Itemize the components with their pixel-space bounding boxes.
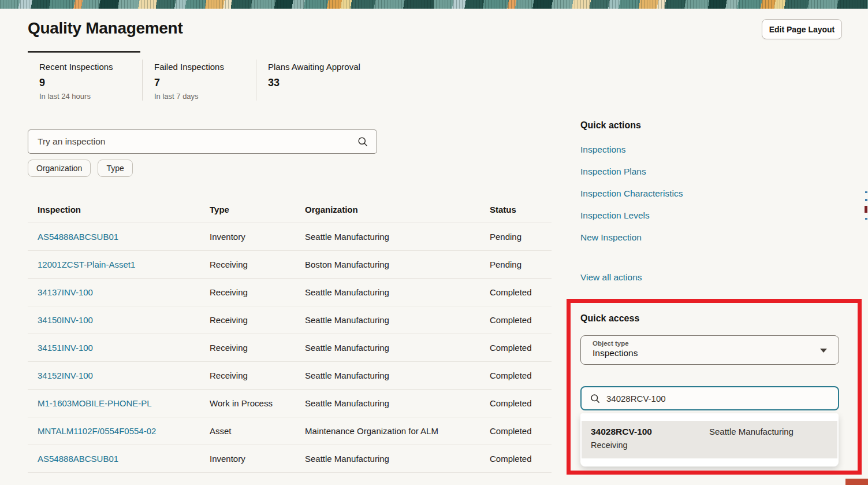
cell-status: Completed <box>490 315 552 325</box>
quick-action-inspection-characteristics[interactable]: Inspection Characteristics <box>580 188 683 210</box>
result-organization: Seattle Manufacturing <box>709 427 828 436</box>
cell-organization: Seattle Manufacturing <box>305 232 490 242</box>
filter-chips: Organization Type <box>28 160 133 177</box>
edge-artifact <box>865 199 867 201</box>
edge-artifact <box>865 218 867 220</box>
filter-chip-organization[interactable]: Organization <box>28 160 91 177</box>
inspection-link[interactable]: M1-1603MOBILE-PHONE-PL <box>38 398 152 408</box>
decorative-banner <box>0 0 868 9</box>
search-result-item[interactable]: 34028RCV-100 Seattle Manufacturing Recei… <box>582 421 837 458</box>
stat-failed-inspections[interactable]: Failed Inspections 7 In last 7 days <box>142 60 256 101</box>
quality-management-page: Quality Management Edit Page Layout Rece… <box>0 0 868 485</box>
cell-type: Receiving <box>210 287 305 297</box>
search-icon[interactable] <box>357 136 368 147</box>
inspections-table: Inspection Type Organization Status AS54… <box>28 197 552 473</box>
inspection-search-box <box>28 129 377 154</box>
search-results-dropdown: 34028RCV-100 Seattle Manufacturing Recei… <box>580 413 839 467</box>
table-row: AS54888ABCSUB01 Inventory Seattle Manufa… <box>28 445 552 473</box>
stat-value: 33 <box>268 77 389 89</box>
stat-label: Recent Inspections <box>39 62 142 72</box>
table-row: AS54888ABCSUB01 Inventory Seattle Manufa… <box>28 223 552 251</box>
edit-page-layout-button[interactable]: Edit Page Layout <box>762 19 842 39</box>
cell-status: Pending <box>490 260 552 269</box>
cell-type: Receiving <box>210 260 305 269</box>
table-row: 34152INV-100 Receiving Seattle Manufactu… <box>28 362 552 390</box>
column-header-inspection[interactable]: Inspection <box>28 205 210 214</box>
cell-type: Receiving <box>210 343 305 353</box>
cell-type: Inventory <box>210 454 305 464</box>
stat-plans-awaiting-approval[interactable]: Plans Awaiting Approval 33 <box>256 60 389 101</box>
table-row: MNTALM1102F/0554F0554-02 Asset Maintenan… <box>28 417 552 445</box>
inspection-link[interactable]: AS54888ABCSUB01 <box>38 454 118 464</box>
cell-type: Receiving <box>210 371 305 380</box>
stat-value: 7 <box>154 77 256 89</box>
annotation-rust-marker <box>845 479 868 485</box>
quick-access-heading: Quick access <box>580 313 639 324</box>
result-name: 34028RCV-100 <box>591 427 709 437</box>
column-header-organization[interactable]: Organization <box>305 205 490 214</box>
stat-label: Plans Awaiting Approval <box>268 62 389 72</box>
cell-organization: Seattle Manufacturing <box>305 287 490 297</box>
table-row: M1-1603MOBILE-PHONE-PL Work in Process S… <box>28 390 552 417</box>
quick-actions-heading: Quick actions <box>580 120 641 131</box>
column-header-status[interactable]: Status <box>490 205 552 214</box>
table-row: 34150INV-100 Receiving Seattle Manufactu… <box>28 306 552 334</box>
quick-access-search-box <box>580 386 839 410</box>
table-row: 34151INV-100 Receiving Seattle Manufactu… <box>28 334 552 362</box>
result-type: Receiving <box>591 440 828 450</box>
inspection-link[interactable]: 34151INV-100 <box>38 343 93 353</box>
cell-type: Inventory <box>210 232 305 242</box>
cell-type: Work in Process <box>210 398 305 408</box>
cell-organization: Boston Manufacturing <box>305 260 490 269</box>
filter-chip-type[interactable]: Type <box>98 160 132 177</box>
inspection-link[interactable]: 34137INV-100 <box>38 287 93 297</box>
quick-access-search-input[interactable] <box>606 394 831 403</box>
stat-value: 9 <box>39 77 142 89</box>
inspection-link[interactable]: 34152INV-100 <box>38 371 93 380</box>
cell-organization: Seattle Manufacturing <box>305 315 490 325</box>
inspection-link[interactable]: AS54888ABCSUB01 <box>38 232 118 242</box>
object-type-dropdown[interactable]: Object type Inspections <box>580 335 839 365</box>
page-title: Quality Management <box>28 19 182 38</box>
view-all-actions-link[interactable]: View all actions <box>580 272 642 283</box>
chevron-down-icon <box>820 349 827 353</box>
cell-type: Asset <box>210 426 305 436</box>
inspection-link[interactable]: 34150INV-100 <box>38 315 93 325</box>
edge-artifact <box>865 206 867 213</box>
object-type-value: Inspections <box>593 348 829 358</box>
table-row: 34137INV-100 Receiving Seattle Manufactu… <box>28 279 552 306</box>
cell-organization: Seattle Manufacturing <box>305 454 490 464</box>
cell-organization: Seattle Manufacturing <box>305 343 490 353</box>
quick-action-inspection-plans[interactable]: Inspection Plans <box>580 166 683 188</box>
stat-recent-inspections[interactable]: Recent Inspections 9 In last 24 hours <box>28 60 142 101</box>
stat-subtext: In last 7 days <box>154 92 256 101</box>
cell-status: Completed <box>490 454 552 464</box>
cell-type: Receiving <box>210 315 305 325</box>
cell-organization: Seattle Manufacturing <box>305 371 490 380</box>
table-row: 12001ZCST-Plain-Asset1 Receiving Boston … <box>28 251 552 279</box>
cell-organization: Maintenance Organization for ALM <box>305 426 490 436</box>
inspection-search-input[interactable] <box>38 136 357 147</box>
edge-artifact <box>865 191 867 193</box>
quick-action-inspections[interactable]: Inspections <box>580 145 683 166</box>
stat-label: Failed Inspections <box>154 62 256 72</box>
stats-row: Recent Inspections 9 In last 24 hours Fa… <box>28 60 389 101</box>
cell-status: Completed <box>490 426 552 436</box>
active-tab-indicator <box>28 51 140 53</box>
table-header-row: Inspection Type Organization Status <box>28 197 552 223</box>
object-type-label: Object type <box>593 340 829 347</box>
cell-status: Completed <box>490 343 552 353</box>
cell-status: Completed <box>490 287 552 297</box>
quick-action-inspection-levels[interactable]: Inspection Levels <box>580 210 683 232</box>
cell-status: Completed <box>490 371 552 380</box>
quick-action-new-inspection[interactable]: New Inspection <box>580 232 683 254</box>
stat-subtext: In last 24 hours <box>39 92 142 101</box>
quick-actions-list: Inspections Inspection Plans Inspection … <box>580 145 683 254</box>
cell-organization: Seattle Manufacturing <box>305 398 490 408</box>
inspection-link[interactable]: 12001ZCST-Plain-Asset1 <box>38 260 135 269</box>
cell-status: Pending <box>490 232 552 242</box>
column-header-type[interactable]: Type <box>210 205 305 214</box>
inspection-link[interactable]: MNTALM1102F/0554F0554-02 <box>38 426 156 436</box>
search-icon <box>590 393 601 404</box>
cell-status: Completed <box>490 398 552 408</box>
